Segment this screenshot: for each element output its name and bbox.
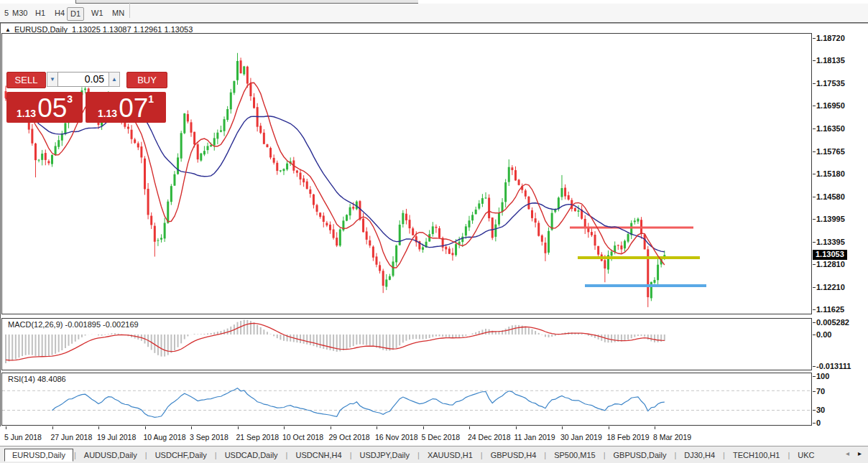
toolbar-separator xyxy=(129,2,130,18)
tab-separator: | xyxy=(481,451,483,459)
macd-tick: -0.013111 xyxy=(816,362,851,370)
rsi-panel[interactable]: RSI(14) 48.4086 xyxy=(1,373,812,426)
date-label: 3 Sep 2018 xyxy=(190,433,228,441)
date-tick xyxy=(331,426,331,429)
timeframe-H1[interactable]: H1 xyxy=(32,7,48,19)
macd-value-main: -0.001895 xyxy=(65,320,101,329)
tab-separator: | xyxy=(215,451,217,459)
price-tick: 1.12210 xyxy=(816,283,845,291)
rsi-value: 48.4086 xyxy=(37,375,66,383)
buy-button[interactable]: BUY xyxy=(126,72,167,88)
tab-separator: | xyxy=(723,451,725,459)
rsi-chart xyxy=(2,373,810,424)
collapse-triangle-icon[interactable]: ▲ xyxy=(5,27,11,33)
timeframe-D1[interactable]: D1 xyxy=(67,7,84,21)
tab-tech100-h1[interactable]: TECH100,H1 xyxy=(726,449,787,462)
sell-price-sup: 3 xyxy=(67,93,73,105)
tab-usdjpy-daily[interactable]: USDJPY,Daily xyxy=(353,449,417,462)
rsi-tick: 0 xyxy=(816,418,821,427)
price-tick: 1.17535 xyxy=(816,79,845,88)
buy-price-box[interactable]: 1.13071 xyxy=(86,92,166,123)
up-arrow-icon: ▲ xyxy=(111,76,117,83)
macd-label: MACD(12,26,9) -0.001895 -0.002169 xyxy=(8,320,139,329)
price-tick: 1.13395 xyxy=(816,238,845,246)
rsi-tick: 100 xyxy=(816,372,829,380)
tab-gbpusd-h4[interactable]: GBPUSD,H4 xyxy=(484,449,544,462)
sell-price-big: 05 xyxy=(37,96,67,121)
main-chart-panel[interactable]: SELL ▼ 0.05 ▲ BUY 1.13053 1.13071 xyxy=(1,33,812,314)
tab-xauusd-h1[interactable]: XAUUSD,H1 xyxy=(420,449,480,462)
date-tick xyxy=(145,426,146,429)
price-tick: 1.12810 xyxy=(816,260,845,268)
date-label: 16 Nov 2018 xyxy=(375,433,418,441)
tab-ukc[interactable]: UKC xyxy=(790,449,821,462)
date-label: 19 Jul 2018 xyxy=(97,433,136,441)
macd-panel[interactable]: MACD(12,26,9) -0.001895 -0.002169 xyxy=(1,318,812,370)
tab-scroll-left-icon[interactable]: ◂ xyxy=(846,449,849,457)
tab-separator: | xyxy=(145,451,147,459)
timeframe-toolbar: 5M30H1H4D1W1MN xyxy=(0,4,868,24)
tab-dj30-h4[interactable]: DJ30,H4 xyxy=(677,449,722,462)
tab-separator: | xyxy=(286,451,288,459)
date-tick xyxy=(423,426,424,429)
date-label: 5 Dec 2018 xyxy=(422,433,461,441)
date-tick xyxy=(562,426,563,429)
rsi-tick: 70 xyxy=(816,387,825,396)
tab-eurusd-daily[interactable]: EURUSD,Daily xyxy=(4,449,73,462)
tab-separator: | xyxy=(417,451,420,459)
chart-tab-bar: EURUSD,Daily|AUDUSD,Daily|USDCHF,Daily|U… xyxy=(0,446,868,463)
tab-gbpusd-daily[interactable]: GBPUSD,Daily xyxy=(606,449,673,462)
price-tick: 1.18720 xyxy=(816,34,845,42)
rsi-label: RSI(14) 48.4086 xyxy=(8,375,66,383)
date-label: 10 Aug 2018 xyxy=(144,433,186,441)
buy-price-sup: 1 xyxy=(148,93,154,105)
volume-input[interactable]: 0.05 xyxy=(57,72,109,87)
price-tick: 1.13995 xyxy=(816,215,845,223)
tab-separator: | xyxy=(674,451,676,459)
price-tick: 1.16350 xyxy=(816,124,845,133)
buy-price-prefix: 1.13 xyxy=(98,106,117,121)
tab-scroll-right-icon[interactable]: ▸ xyxy=(858,449,862,457)
date-label: 5 Jun 2018 xyxy=(4,433,42,441)
date-label: 18 Feb 2019 xyxy=(607,433,650,441)
tab-audusd-daily[interactable]: AUDUSD,Daily xyxy=(77,449,144,462)
date-label: 24 Dec 2018 xyxy=(468,433,511,441)
date-label: 8 Mar 2019 xyxy=(653,433,691,441)
date-label: 11 Jan 2019 xyxy=(514,433,555,441)
date-tick xyxy=(469,426,470,429)
tab-separator: | xyxy=(74,451,76,459)
price-tick: 1.11625 xyxy=(816,305,844,314)
date-tick xyxy=(98,426,99,429)
price-tick: 1.15765 xyxy=(816,147,845,156)
date-tick xyxy=(377,426,377,429)
tab-separator: | xyxy=(788,451,790,459)
chart-window-left-border xyxy=(0,22,1,426)
date-tick xyxy=(238,426,239,429)
down-arrow-icon: ▼ xyxy=(50,76,55,83)
tab-usdcad-daily[interactable]: USDCAD,Daily xyxy=(218,449,285,462)
timeframe-MN[interactable]: MN xyxy=(109,7,127,19)
chart-window-top-border xyxy=(0,22,868,23)
sell-button[interactable]: SELL xyxy=(6,72,46,88)
timeframe-H4[interactable]: H4 xyxy=(52,7,68,19)
macd-tick: 0.005282 xyxy=(816,318,849,327)
date-tick xyxy=(516,426,517,429)
volume-up-button[interactable]: ▲ xyxy=(108,72,120,87)
price-tick: 1.15180 xyxy=(816,169,845,178)
sell-price-box[interactable]: 1.13053 xyxy=(6,92,83,123)
timeframe-M30[interactable]: M30 xyxy=(9,7,30,19)
price-tick: 1.14580 xyxy=(816,192,845,201)
tab-separator: | xyxy=(544,451,546,459)
buy-price-big: 07 xyxy=(119,96,148,121)
sell-price-prefix: 1.13 xyxy=(17,106,36,121)
volume-down-button[interactable]: ▼ xyxy=(47,72,58,87)
timeframe-W1[interactable]: W1 xyxy=(88,7,106,19)
current-price-tag: 1.13053 xyxy=(813,250,847,260)
tab-usdcnh-h4[interactable]: USDCNH,H4 xyxy=(288,449,348,462)
tab-usdchf-daily[interactable]: USDCHF,Daily xyxy=(148,449,214,462)
date-tick xyxy=(6,426,6,429)
date-label: 30 Jan 2019 xyxy=(560,433,602,441)
mt4-window: 5M30H1H4D1W1MN ▲EURUSD,Daily 1.13025 1.1… xyxy=(0,0,868,463)
date-tick xyxy=(655,426,655,429)
tab-sp500-m15[interactable]: SP500,M15 xyxy=(547,449,602,462)
